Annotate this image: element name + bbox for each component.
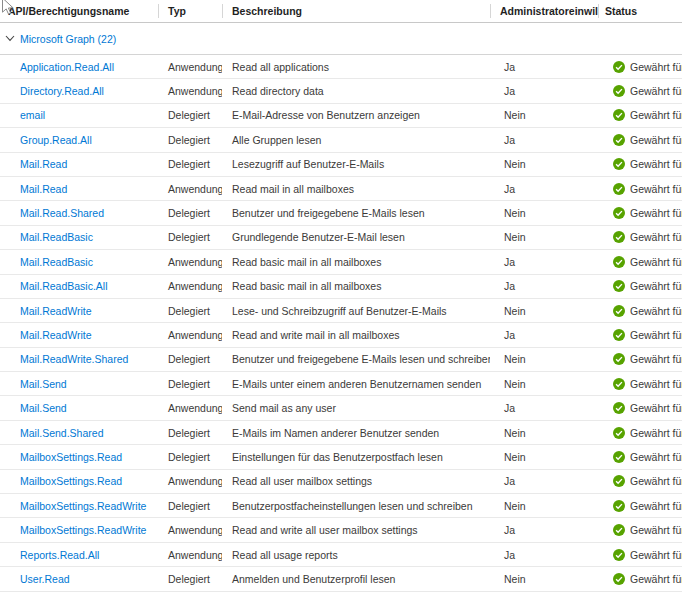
status-granted-text: Gewährt für " bbox=[630, 207, 682, 219]
permission-type-cell: Anwendung bbox=[158, 329, 222, 341]
permission-name-link[interactable]: Mail.ReadWrite.Shared bbox=[20, 353, 128, 365]
admin-consent-required-cell: Nein bbox=[490, 500, 598, 512]
status-granted-text: Gewährt für " bbox=[630, 329, 682, 341]
table-row[interactable]: User.Read Delegiert Anmelden und Benutze… bbox=[0, 567, 682, 591]
permission-type-cell: Delegiert bbox=[158, 134, 222, 146]
permission-name-link[interactable]: Directory.Read.All bbox=[20, 85, 104, 97]
granted-check-icon bbox=[613, 207, 625, 219]
table-row[interactable]: MailboxSettings.ReadWrite Delegiert Benu… bbox=[0, 494, 682, 518]
table-row[interactable]: MailboxSettings.Read Anwendung Read all … bbox=[0, 470, 682, 494]
granted-check-icon bbox=[613, 402, 625, 414]
permission-status-cell: Gewährt für " bbox=[598, 451, 682, 463]
table-row[interactable]: Mail.ReadBasic Anwendung Read basic mail… bbox=[0, 250, 682, 274]
api-permissions-grid: API/Berechtigungsname Typ Beschreibung A… bbox=[0, 0, 682, 599]
table-row[interactable]: Mail.ReadWrite Anwendung Read and write … bbox=[0, 323, 682, 347]
column-header-type[interactable]: Typ bbox=[158, 0, 222, 22]
permission-name-link[interactable]: Mail.Send bbox=[20, 402, 67, 414]
permission-name-link[interactable]: Mail.ReadWrite bbox=[20, 305, 92, 317]
table-row[interactable]: Mail.Read Delegiert Lesezugriff auf Benu… bbox=[0, 153, 682, 177]
table-row[interactable]: Directory.Read.All Anwendung Read direct… bbox=[0, 79, 682, 103]
permission-type-cell: Delegiert bbox=[158, 158, 222, 170]
granted-check-icon bbox=[613, 549, 625, 561]
permission-name-link[interactable]: Mail.ReadBasic bbox=[20, 256, 93, 268]
granted-check-icon bbox=[613, 427, 625, 439]
permission-name-link[interactable]: User.Read bbox=[20, 573, 70, 585]
permission-name-link[interactable]: Mail.Read bbox=[20, 158, 67, 170]
permission-name-link[interactable]: MailboxSettings.ReadWrite bbox=[20, 524, 146, 536]
column-header-status[interactable]: Status bbox=[598, 0, 682, 22]
admin-consent-required-cell: Nein bbox=[490, 451, 598, 463]
permission-name-link[interactable]: Application.Read.All bbox=[20, 61, 114, 73]
admin-consent-required-cell: Nein bbox=[490, 231, 598, 243]
table-row[interactable]: Reports.Read.All Anwendung Read all usag… bbox=[0, 543, 682, 567]
table-row[interactable]: Group.Read.All Delegiert Alle Gruppen le… bbox=[0, 128, 682, 152]
table-row[interactable]: Application.Read.All Anwendung Read all … bbox=[0, 55, 682, 79]
granted-check-icon bbox=[613, 451, 625, 463]
permission-description-cell: Read all user mailbox settings bbox=[222, 475, 490, 487]
granted-check-icon bbox=[613, 256, 625, 268]
permission-name-link[interactable]: Mail.ReadBasic bbox=[20, 231, 93, 243]
granted-check-icon bbox=[613, 158, 625, 170]
status-granted-text: Gewährt für " bbox=[630, 402, 682, 414]
granted-check-icon bbox=[613, 353, 625, 365]
table-row[interactable]: Mail.ReadBasic.All Anwendung Read basic … bbox=[0, 275, 682, 299]
granted-check-icon bbox=[613, 134, 625, 146]
permission-type-cell: Anwendung bbox=[158, 280, 222, 292]
chevron-down-icon[interactable] bbox=[5, 35, 15, 42]
permission-description-cell: Read basic mail in all mailboxes bbox=[222, 256, 490, 268]
permission-name-link[interactable]: Mail.Read bbox=[20, 183, 67, 195]
table-row[interactable]: Mail.Read Anwendung Read mail in all mai… bbox=[0, 177, 682, 201]
table-row[interactable]: email Delegiert E-Mail-Adresse von Benut… bbox=[0, 104, 682, 128]
status-granted-text: Gewährt für " bbox=[630, 305, 682, 317]
permission-description-cell: Read basic mail in all mailboxes bbox=[222, 280, 490, 292]
permission-status-cell: Gewährt für " bbox=[598, 573, 682, 585]
permission-status-cell: Gewährt für " bbox=[598, 85, 682, 97]
permission-name-link[interactable]: MailboxSettings.Read bbox=[20, 451, 122, 463]
table-row[interactable]: Mail.ReadWrite.Shared Delegiert Benutzer… bbox=[0, 348, 682, 372]
table-row[interactable]: Mail.ReadWrite Delegiert Lese- und Schre… bbox=[0, 299, 682, 323]
permission-name-link[interactable]: email bbox=[20, 109, 45, 121]
permission-description-cell: Lese- und Schreibzugriff auf Benutzer-E-… bbox=[222, 305, 490, 317]
permission-name-link[interactable]: Mail.ReadWrite bbox=[20, 329, 92, 341]
table-row[interactable]: Mail.Send Anwendung Send mail as any use… bbox=[0, 396, 682, 420]
status-granted-text: Gewährt für " bbox=[630, 109, 682, 121]
permission-type-cell: Anwendung bbox=[158, 524, 222, 536]
permission-description-cell: Read directory data bbox=[222, 85, 490, 97]
granted-check-icon bbox=[613, 500, 625, 512]
permission-description-cell: Read and write all user mailbox settings bbox=[222, 524, 490, 536]
admin-consent-required-cell: Ja bbox=[490, 256, 598, 268]
permission-name-link[interactable]: Reports.Read.All bbox=[20, 549, 99, 561]
permission-name-link[interactable]: Mail.ReadBasic.All bbox=[20, 280, 108, 292]
status-granted-text: Gewährt für " bbox=[630, 451, 682, 463]
table-row[interactable]: Mail.Send Delegiert E-Mails unter einem … bbox=[0, 372, 682, 396]
admin-consent-required-cell: Ja bbox=[490, 61, 598, 73]
column-header-admin-consent[interactable]: Administratoreinwill... bbox=[490, 0, 598, 22]
permission-status-cell: Gewährt für " bbox=[598, 183, 682, 195]
api-group-row-microsoft-graph[interactable]: Microsoft Graph (22) bbox=[0, 23, 682, 55]
status-granted-text: Gewährt für " bbox=[630, 500, 682, 512]
granted-check-icon bbox=[613, 378, 625, 390]
admin-consent-required-cell: Nein bbox=[490, 353, 598, 365]
table-row[interactable]: Mail.ReadBasic Delegiert Grundlegende Be… bbox=[0, 226, 682, 250]
admin-consent-required-cell: Ja bbox=[490, 524, 598, 536]
column-header-description[interactable]: Beschreibung bbox=[222, 0, 490, 22]
permission-name-link[interactable]: Mail.Read.Shared bbox=[20, 207, 104, 219]
permission-status-cell: Gewährt für " bbox=[598, 549, 682, 561]
status-granted-text: Gewährt für " bbox=[630, 158, 682, 170]
granted-check-icon bbox=[613, 524, 625, 536]
permission-description-cell: Read all usage reports bbox=[222, 549, 490, 561]
permission-name-link[interactable]: MailboxSettings.Read bbox=[20, 475, 122, 487]
permission-name-link[interactable]: Mail.Send.Shared bbox=[20, 427, 103, 439]
permission-name-link[interactable]: MailboxSettings.ReadWrite bbox=[20, 500, 146, 512]
permission-name-link[interactable]: Mail.Send bbox=[20, 378, 67, 390]
permission-name-link[interactable]: Group.Read.All bbox=[20, 134, 92, 146]
table-row[interactable]: MailboxSettings.ReadWrite Anwendung Read… bbox=[0, 518, 682, 542]
api-group-link[interactable]: Microsoft Graph (22) bbox=[20, 33, 116, 45]
table-row[interactable]: MailboxSettings.Read Delegiert Einstellu… bbox=[0, 445, 682, 469]
table-row[interactable]: Mail.Send.Shared Delegiert E-Mails im Na… bbox=[0, 421, 682, 445]
permission-description-cell: Lesezugriff auf Benutzer-E-Mails bbox=[222, 158, 490, 170]
column-header-api-name[interactable]: API/Berechtigungsname bbox=[0, 0, 158, 22]
permission-type-cell: Delegiert bbox=[158, 378, 222, 390]
permission-type-cell: Delegiert bbox=[158, 427, 222, 439]
table-row[interactable]: Mail.Read.Shared Delegiert Benutzer und … bbox=[0, 201, 682, 225]
